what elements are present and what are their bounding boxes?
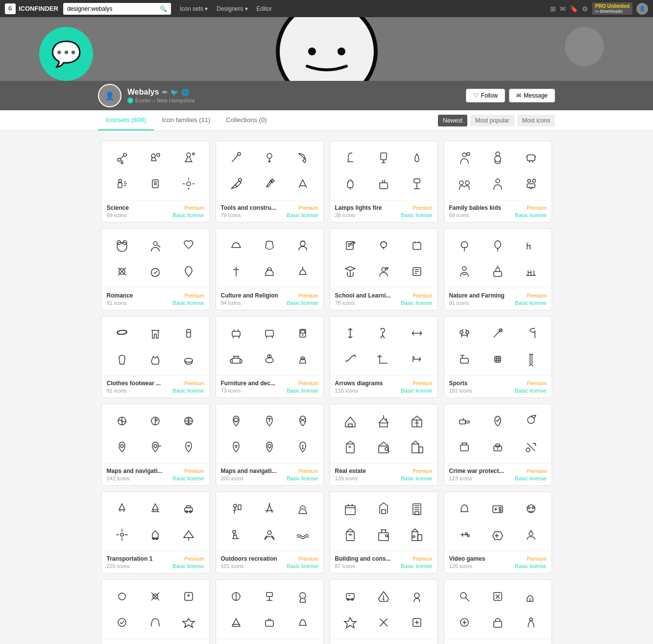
card-lamps[interactable]: Lamps lights fire Premium 28 icons Basic…: [330, 141, 438, 223]
tab-iconsets[interactable]: Iconsets (608): [98, 110, 154, 130]
card-badge: Premium: [412, 205, 432, 211]
card-maps1[interactable]: Maps and navigati... Premium 142 icons B…: [101, 404, 210, 486]
card-clothes[interactable]: Clothes footwear ... Premium 91 icons Ba…: [101, 316, 210, 398]
svg-rect-301: [185, 593, 193, 600]
card-license: Basic license: [515, 475, 546, 481]
svg-point-9: [157, 153, 160, 156]
card-badge: Premium: [527, 556, 546, 562]
search-input[interactable]: [67, 5, 160, 12]
svg-rect-224: [496, 444, 500, 447]
card-nature[interactable]: Nature and Farming Premium 91 icons Basi…: [444, 228, 552, 310]
card-title: Video games: [449, 555, 485, 562]
bookmark-icon[interactable]: 🔖: [570, 5, 578, 13]
settings-icon[interactable]: ⚙: [582, 5, 588, 13]
twitter-icon[interactable]: 🐦: [170, 89, 178, 96]
card-title: Family babies kids: [449, 204, 502, 211]
logo-emoji: 💬: [51, 40, 81, 68]
svg-point-52: [495, 156, 501, 162]
svg-rect-101: [494, 272, 502, 276]
svg-marker-325: [344, 618, 356, 628]
svg-line-14: [186, 157, 188, 162]
card-badge: Premium: [298, 556, 318, 562]
svg-point-154: [460, 331, 463, 334]
svg-marker-305: [183, 619, 194, 627]
card-science[interactable]: Science Premium 69 icons Basic license: [101, 141, 210, 223]
card-count: 78 icons: [335, 300, 355, 306]
nav-iconsets[interactable]: Icon sets ▾: [176, 3, 212, 14]
card-extra2[interactable]: Travel and hotel Premium 88 icons Basic …: [216, 579, 324, 644]
card-realestate[interactable]: Real estate Premium 139 icons Basic lice…: [330, 404, 438, 486]
heart-icon: ♡: [473, 92, 479, 99]
card-count: 123 icons: [449, 475, 472, 481]
card-count: 220 icons: [107, 563, 130, 569]
tab-collections[interactable]: Collections (0): [218, 110, 274, 130]
banner-circle: [565, 27, 604, 66]
sort-newest[interactable]: Newest: [438, 115, 467, 126]
message-button[interactable]: ✉ Message: [509, 89, 555, 102]
card-title: Science: [107, 204, 129, 211]
website-icon[interactable]: 🌐: [181, 89, 189, 96]
logo[interactable]: G ICONFINDER: [5, 3, 58, 14]
message-icon: ✉: [516, 92, 521, 99]
card-building[interactable]: Building and cons... Premium 87 icons Ba…: [330, 492, 438, 573]
svg-rect-253: [238, 505, 241, 510]
sort-most-icons[interactable]: Most icons: [517, 115, 555, 126]
search-bar[interactable]: 🔍: [63, 3, 171, 15]
card-title: Building and cons...: [335, 555, 391, 562]
card-culture[interactable]: Culture and Religion Premium 94 icons Ba…: [216, 228, 324, 310]
svg-point-216: [528, 417, 534, 423]
card-outdoors[interactable]: Outdoors recreation Premium 101 icons Ba…: [216, 492, 324, 573]
svg-point-283: [499, 510, 501, 512]
card-extra4[interactable]: Healthcare medical Premium 110 icons Bas…: [444, 579, 552, 644]
card-title: Maps and navigati...: [221, 468, 277, 474]
follow-button[interactable]: ♡ Follow: [466, 89, 506, 102]
card-extra1[interactable]: Food and drink Premium 95 icons Basic li…: [101, 579, 210, 644]
tab-families[interactable]: Icon families (11): [154, 110, 218, 130]
svg-rect-199: [380, 423, 387, 427]
svg-point-304: [118, 619, 126, 626]
card-badge: Premium: [527, 293, 546, 298]
card-tools[interactable]: Tools and constru... Premium 79 icons Ba…: [216, 141, 324, 223]
card-arrows[interactable]: Arrows diagrams Premium 116 icons Basic …: [330, 316, 438, 398]
sort-popular[interactable]: Most popular: [470, 115, 514, 126]
card-sports[interactable]: Sports Premium 192 icons Basic license: [444, 316, 552, 398]
card-romance[interactable]: Romance Premium 81 icons Basic license: [101, 228, 210, 310]
card-title: Lamps lights fire: [335, 204, 382, 211]
svg-rect-240: [187, 506, 191, 508]
card-school[interactable]: School and Learni... Premium 78 icons Ba…: [330, 228, 438, 310]
logo-icon: G: [5, 3, 16, 14]
svg-rect-278: [418, 535, 422, 541]
card-license: Basic license: [401, 212, 432, 218]
icon-grid: Science Premium 69 icons Basic license T…: [97, 141, 557, 644]
nav-links: Icon sets ▾ Designers ▾ Editor: [176, 3, 276, 14]
svg-line-139: [381, 335, 383, 338]
logo-text: ICONFINDER: [19, 5, 58, 12]
search-button[interactable]: 🔍: [160, 5, 167, 12]
card-badge: Premium: [184, 205, 204, 211]
svg-point-323: [383, 599, 384, 600]
card-family[interactable]: Family babies kids Premium 69 icons Basi…: [444, 141, 552, 223]
grid-icon[interactable]: ⊞: [550, 5, 556, 13]
top-navigation: G ICONFINDER 🔍 Icon sets ▾ Designers ▾ E…: [0, 0, 653, 17]
card-title: Crime war protect...: [449, 468, 504, 474]
card-maps2[interactable]: Maps and navigati... Premium 200 icons B…: [216, 404, 324, 486]
card-count: 101 icons: [221, 563, 244, 569]
svg-rect-114: [232, 331, 240, 336]
card-crime[interactable]: Crime war protect... Premium 123 icons B…: [444, 404, 552, 486]
card-count: 200 icons: [221, 475, 244, 481]
user-avatar[interactable]: 👤: [636, 3, 648, 15]
card-extra3[interactable]: Architecture Premium 64 icons Basic lice…: [330, 579, 438, 644]
edit-icon[interactable]: ✏: [162, 89, 168, 96]
card-transportation[interactable]: Transportation 1 Premium 220 icons Basic…: [101, 492, 210, 573]
card-videogames[interactable]: Video games Premium 126 icons Basic lice…: [444, 492, 552, 573]
nav-editor[interactable]: Editor: [253, 3, 276, 14]
card-license: Basic license: [401, 300, 432, 306]
card-furniture[interactable]: Furniture and dec... Premium 73 icons Ba…: [216, 316, 324, 398]
svg-rect-339: [494, 621, 502, 627]
svg-point-1: [308, 48, 316, 55]
svg-line-138: [383, 335, 385, 338]
card-count: 91 icons: [449, 300, 469, 306]
card-badge: Premium: [527, 469, 546, 474]
mail-icon[interactable]: ✉: [560, 5, 566, 13]
nav-designers[interactable]: Designers ▾: [213, 3, 251, 14]
